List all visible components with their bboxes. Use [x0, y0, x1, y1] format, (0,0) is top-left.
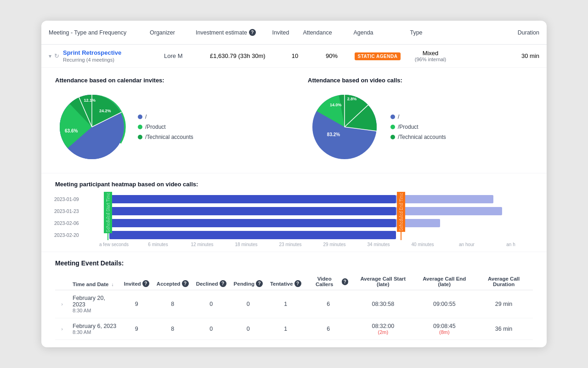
agenda-badge: STATIC AGENDA — [355, 52, 401, 60]
date-label-1: 2023-01-09 — [54, 196, 79, 202]
meeting-row: ▾ ↻ Sprint Retrospective Recurring (4 me… — [41, 45, 547, 68]
calendar-legend: / /Product /Technical accounts — [138, 114, 193, 140]
th-expand — [55, 273, 69, 290]
heatmap-axis: a few seconds 6 minutes 12 minutes 18 mi… — [92, 242, 533, 247]
header-invited: Invited — [265, 29, 297, 36]
legend-dot-darkgreen — [138, 135, 142, 139]
heatmap-row-2: 2023-01-23 — [92, 206, 533, 216]
investment-cell: £1,630.79 (33h 30m) — [210, 52, 279, 59]
vid-legend-item-3: /Technical accounts — [390, 134, 446, 140]
investment-info-icon[interactable]: ? — [249, 29, 256, 36]
header-investment: Investment estimate ? — [196, 29, 265, 36]
accepted-info[interactable]: ? — [182, 280, 189, 287]
details-header-row: Time and Date ↓ Invited ? Accepted — [55, 273, 533, 290]
declined-info[interactable]: ? — [220, 280, 226, 287]
row1-date: February 20, 2023 8:30 AM — [69, 290, 120, 318]
video-callers-info[interactable]: ? — [342, 278, 348, 285]
header-meeting: Meeting - Type and Frequency — [49, 29, 150, 36]
row1-avg-end: 09:00:55 — [414, 290, 475, 318]
date-label-2: 2023-01-23 — [54, 208, 79, 214]
duration-cell: 30 min — [458, 52, 539, 59]
meeting-sub: Recurring (4 meetings) — [63, 57, 164, 63]
th-declined: Declined ? — [192, 273, 230, 290]
table-header: Meeting - Type and Frequency Organizer I… — [41, 21, 547, 45]
invited-info[interactable]: ? — [142, 280, 149, 287]
th-video-callers: Video Callers ? — [305, 273, 352, 290]
header-attendance: Attendance — [297, 29, 338, 36]
row1-expand[interactable]: › — [55, 290, 69, 318]
vid-legend-item-2: /Product — [390, 124, 446, 130]
row2-declined: 0 — [192, 318, 230, 340]
calendar-pie-conic — [55, 90, 129, 164]
row1-avg-start: 08:30:58 — [352, 290, 414, 318]
th-avg-end: Average Call End (late) — [414, 273, 475, 290]
date-label-4: 2023-02-20 — [54, 232, 79, 238]
pending-info[interactable]: ? — [256, 280, 263, 287]
row2-video-callers: 6 — [305, 318, 352, 340]
sort-icon[interactable]: ↓ — [111, 282, 113, 287]
heatmap-row-3: 2023-02-06 — [92, 218, 533, 228]
row1-pending: 0 — [230, 290, 266, 318]
legend-item-3: /Technical accounts — [138, 134, 193, 140]
bar-light-1 — [396, 195, 493, 203]
row1-invited: 9 — [120, 290, 153, 318]
row2-avg-duration: 36 min — [475, 318, 533, 340]
header-duration: Duration — [444, 29, 539, 36]
video-pie: 83.2% 14.0% 2.8% — [308, 90, 381, 164]
video-pie-svg — [308, 90, 381, 164]
agenda-cell: STATIC AGENDA — [352, 52, 403, 59]
heatmap-chart: Scheduled Start Time Scheduled End Time … — [55, 194, 533, 247]
th-accepted: Accepted ? — [153, 273, 192, 290]
legend-dot-green — [138, 125, 142, 129]
date-label-3: 2023-02-06 — [54, 220, 79, 226]
legend-item-1: / — [138, 114, 193, 120]
heatmap-row-4: 2023-02-20 — [92, 230, 533, 240]
row1-video-callers: 6 — [305, 290, 352, 318]
heatmap-title: Meeting participant heatmap based on vid… — [55, 181, 533, 188]
th-invited: Invited ? — [120, 273, 153, 290]
row1-declined: 0 — [192, 290, 230, 318]
heatmap-row-1: 2023-01-09 — [92, 194, 533, 204]
th-pending: Pending ? — [230, 273, 266, 290]
row1-tentative: 1 — [266, 290, 305, 318]
header-agenda: Agenda — [338, 29, 389, 36]
details-title: Meeting Event Details: — [55, 259, 533, 267]
details-table: Time and Date ↓ Invited ? Accepted — [55, 273, 533, 340]
row2-expand[interactable]: › — [55, 318, 69, 340]
type-cell: Mixed (96% internal) — [403, 50, 458, 62]
calendar-chart: Attendance based on calendar invites: — [55, 77, 280, 164]
legend-item-2: /Product — [138, 124, 193, 130]
row2-avg-end: 09:08:45 (8m) — [414, 318, 475, 340]
heatmap-section: Meeting participant heatmap based on vid… — [41, 173, 547, 252]
row2-accepted: 8 — [153, 318, 192, 340]
tentative-info[interactable]: ? — [294, 280, 301, 287]
heatmap-rows: Scheduled Start Time Scheduled End Time … — [92, 194, 533, 240]
meeting-name: Sprint Retrospective — [63, 49, 164, 56]
row2-tentative: 1 — [266, 318, 305, 340]
table-row: › February 20, 2023 8:30 AM 9 8 0 0 1 6 … — [55, 290, 533, 318]
row2-invited: 9 — [120, 318, 153, 340]
calendar-chart-title: Attendance based on calendar invites: — [55, 77, 280, 84]
bar-light-2 — [396, 207, 502, 215]
video-chart-title: Attendance based on video calls: — [308, 77, 533, 84]
details-section: Meeting Event Details: Time and Date ↓ I… — [41, 252, 547, 347]
header-organizer: Organizer — [150, 29, 196, 36]
invited-cell: 10 — [279, 52, 311, 59]
th-tentative: Tentative ? — [266, 273, 305, 290]
bar-dark-3 — [109, 219, 396, 227]
header-type: Type — [389, 29, 444, 36]
legend-dot-blue — [138, 115, 142, 119]
row1-avg-duration: 29 min — [475, 290, 533, 318]
expand-button[interactable]: ▾ — [49, 53, 51, 59]
refresh-button[interactable]: ↻ — [54, 52, 59, 59]
row2-avg-start: 08:32:00 (2m) — [352, 318, 414, 340]
row2-date: February 6, 2023 8:30 AM — [69, 318, 120, 340]
calendar-pie: 63.6% 24.2% 12.1% — [55, 90, 129, 164]
video-legend: / /Product /Technical accounts — [390, 114, 446, 140]
attendance-cell: 90% — [311, 52, 352, 59]
bar-dark-1 — [109, 195, 396, 203]
th-avg-duration: Average Call Duration — [475, 273, 533, 290]
bar-dark-4 — [109, 231, 396, 239]
main-card: Meeting - Type and Frequency Organizer I… — [41, 21, 547, 347]
vid-legend-item-1: / — [390, 114, 446, 120]
